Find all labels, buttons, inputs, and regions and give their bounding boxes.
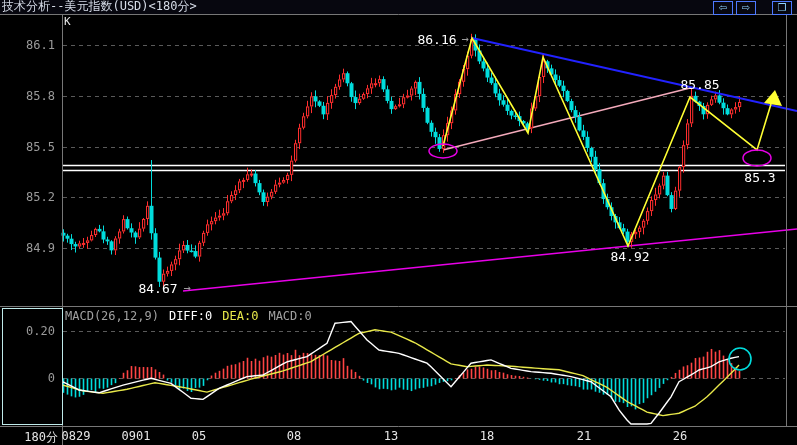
- time-axis-tick-label: 13: [384, 429, 398, 443]
- macd-legend-item: MACD(26,12,9): [65, 309, 159, 323]
- time-axis-tick-label: 26: [673, 429, 687, 443]
- price-annotation-major-low: 84.67: [138, 281, 177, 296]
- time-axis-tick-label: 08: [287, 429, 301, 443]
- technical-analysis-window: 技术分析--美元指数(USD)<180分> ⇦ ⇨ ❐ K MACD(26,12…: [0, 0, 797, 445]
- time-axis-tick-label: 05: [192, 429, 206, 443]
- time-axis-tick-label: 0901: [122, 429, 151, 443]
- annotation-pointer-arrow-icon: →: [183, 281, 190, 295]
- price-annotation-swing-low: 84.92: [610, 249, 649, 264]
- back-arrow-button[interactable]: ⇦: [713, 1, 733, 15]
- chart-canvas[interactable]: [0, 0, 797, 445]
- annotation-pointer-arrow-icon: →: [461, 32, 468, 46]
- title-bar: 技术分析--美元指数(USD)<180分> ⇦ ⇨ ❐: [0, 0, 797, 14]
- forward-arrow-button[interactable]: ⇨: [736, 1, 756, 15]
- time-axis-tick-label: 0829: [62, 429, 91, 443]
- window-title: 技术分析--美元指数(USD)<180分>: [2, 0, 197, 13]
- price-axis-tick-label: 84.9: [0, 241, 55, 255]
- price-axis-tick-label: 85.8: [0, 89, 55, 103]
- macd-legend-item: MACD:0: [268, 309, 311, 323]
- time-axis-tick-label: 18: [480, 429, 494, 443]
- macd-legend-item: DIFF:0: [169, 309, 212, 323]
- price-annotation-target: 85.3: [744, 170, 775, 185]
- pane-indicator-k-label: K: [64, 15, 71, 28]
- macd-axis-tick-label: 0: [0, 371, 55, 385]
- price-annotation-peak-high: 86.16: [417, 32, 456, 47]
- macd-legend: MACD(26,12,9)DIFF:0DEA:0MACD:0: [65, 309, 322, 323]
- macd-axis-tick-label: 0.20: [0, 324, 55, 338]
- time-axis-tick-label: 21: [577, 429, 591, 443]
- price-axis-tick-label: 85.5: [0, 140, 55, 154]
- price-axis-tick-label: 86.1: [0, 38, 55, 52]
- macd-legend-item: DEA:0: [222, 309, 258, 323]
- period-label: 180分: [0, 429, 58, 445]
- restore-window-button[interactable]: ❐: [772, 1, 792, 15]
- price-annotation-lower-high: 85.85: [680, 77, 719, 92]
- price-axis-tick-label: 85.2: [0, 190, 55, 204]
